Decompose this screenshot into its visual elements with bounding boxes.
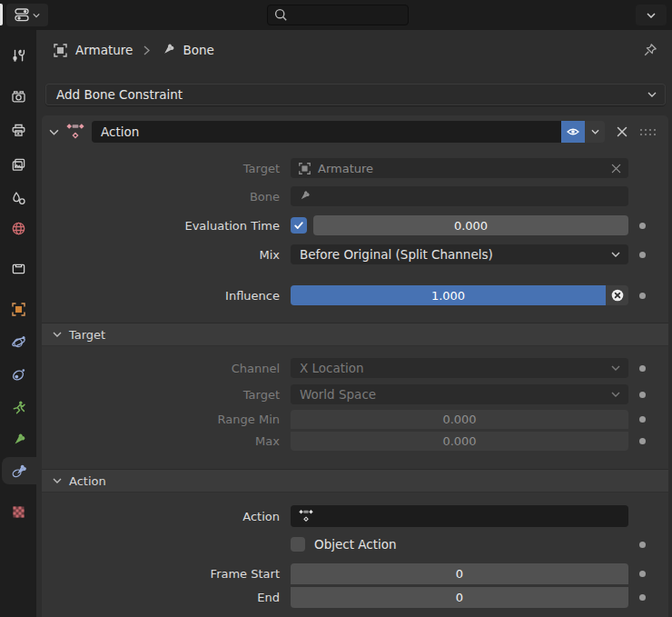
- bone-icon: [161, 43, 175, 57]
- scene-icon: [11, 191, 26, 206]
- tab-bone-constraint[interactable]: [2, 457, 36, 484]
- evaluation-time-checkbox[interactable]: [291, 217, 307, 234]
- animate-decorator[interactable]: [639, 438, 646, 444]
- influence-slider[interactable]: 1.000: [291, 285, 606, 305]
- constraint-name-input[interactable]: Action: [92, 121, 561, 143]
- check-icon: [293, 220, 304, 231]
- action-datablock-label: Action: [42, 510, 291, 523]
- mix-dropdown[interactable]: Before Original (Split Channels): [291, 244, 628, 264]
- target-clear-button[interactable]: [611, 164, 621, 174]
- tab-bone[interactable]: [0, 426, 36, 453]
- frame-start-value[interactable]: 0: [291, 563, 628, 584]
- tab-view-layer[interactable]: [0, 151, 36, 178]
- physics-orbit-icon: [11, 334, 26, 350]
- frame-start-row: Frame Start 0: [42, 563, 668, 584]
- search-icon: [274, 8, 288, 22]
- target-space-value: World Space: [300, 387, 376, 402]
- tab-world[interactable]: [0, 214, 36, 242]
- chevron-right-icon: [143, 45, 150, 55]
- frame-end-value[interactable]: 0: [291, 587, 628, 608]
- animate-decorator[interactable]: [639, 571, 646, 577]
- channel-dropdown[interactable]: X Location: [291, 358, 628, 378]
- pin-icon[interactable]: [643, 43, 657, 57]
- tab-render[interactable]: [0, 83, 36, 110]
- frame-start-label: Frame Start: [42, 567, 291, 581]
- frame-end-label: End: [42, 591, 291, 604]
- animate-decorator[interactable]: [639, 542, 646, 548]
- target-object-field[interactable]: Armature: [291, 158, 628, 178]
- action-subpanel-title: Action: [69, 474, 106, 488]
- influence-clear-animation-button[interactable]: [606, 285, 628, 305]
- mix-row: Mix Before Original (Split Channels): [42, 244, 668, 264]
- tool-icon: [11, 48, 26, 64]
- close-icon: [617, 126, 628, 137]
- range-max-label: Max: [42, 434, 291, 448]
- animate-decorator[interactable]: [639, 223, 646, 229]
- constraint-name-group: Action: [92, 121, 605, 143]
- object-action-checkbox[interactable]: [291, 537, 305, 552]
- channel-value: X Location: [300, 361, 364, 375]
- constraint-extras-dropdown[interactable]: [585, 121, 605, 143]
- constraint-visibility-toggle[interactable]: [561, 121, 585, 143]
- tab-tool[interactable]: [0, 42, 36, 69]
- grip-dots-icon: [639, 128, 657, 136]
- tab-output[interactable]: [0, 116, 36, 144]
- range-max-value[interactable]: 0.000: [291, 432, 628, 451]
- range-min-label: Range Min: [42, 413, 291, 426]
- animate-decorator[interactable]: [639, 365, 646, 372]
- constraint-delete-button[interactable]: [614, 126, 630, 137]
- object-action-row: Object Action: [42, 536, 668, 552]
- action-datablock-row: Action: [42, 505, 668, 527]
- eye-icon: [567, 127, 579, 136]
- add-bone-constraint-button[interactable]: Add Bone Constraint: [45, 84, 666, 105]
- world-globe-icon: [11, 221, 26, 236]
- armature-data-icon: [11, 400, 26, 415]
- printer-icon: [11, 123, 26, 138]
- properties-tab-strip: [0, 30, 36, 617]
- properties-content: Armature Bone Add Bone: [36, 30, 672, 617]
- chevron-down-icon: [647, 92, 657, 97]
- action-subpanel-header[interactable]: Action: [42, 469, 668, 493]
- animate-decorator[interactable]: [639, 416, 646, 423]
- breadcrumb-object[interactable]: Armature: [75, 43, 133, 57]
- editor-options-button[interactable]: [636, 5, 667, 25]
- breadcrumb-bone[interactable]: Bone: [183, 43, 213, 57]
- blender-properties-editor: Armature Bone Add Bone: [0, 0, 672, 617]
- channel-row: Channel X Location: [42, 358, 668, 378]
- object-icon: [11, 302, 26, 317]
- constraint-icon: [11, 367, 26, 383]
- object-icon: [298, 162, 311, 175]
- chevron-down-icon: [611, 365, 620, 371]
- tab-collection[interactable]: [0, 254, 36, 282]
- animate-decorator[interactable]: [639, 594, 646, 601]
- target-subpanel-title: Target: [69, 328, 105, 342]
- tab-object-data[interactable]: [0, 393, 36, 421]
- circle-x-icon: [610, 288, 625, 303]
- animate-decorator[interactable]: [639, 392, 646, 398]
- tab-object[interactable]: [0, 295, 36, 323]
- tab-physics[interactable]: [0, 328, 36, 355]
- range-min-value[interactable]: 0.000: [291, 410, 628, 429]
- target-row: Target Armature: [42, 158, 668, 178]
- editor-type-button[interactable]: [6, 4, 48, 26]
- tab-scene[interactable]: [0, 184, 36, 212]
- evaluation-time-value[interactable]: 0.000: [313, 215, 628, 235]
- animate-decorator[interactable]: [639, 293, 646, 299]
- animate-decorator[interactable]: [639, 252, 646, 258]
- action-icon: [298, 509, 314, 523]
- action-constraint-panel: Action: [42, 115, 668, 617]
- tab-object-constraints[interactable]: [0, 361, 36, 388]
- action-datablock-field[interactable]: [291, 505, 628, 527]
- texture-checker-icon: [11, 504, 26, 520]
- target-object-value: Armature: [318, 162, 373, 175]
- target-label: Target: [42, 162, 291, 175]
- tab-texture[interactable]: [0, 498, 36, 525]
- influence-label: Influence: [42, 289, 291, 303]
- panel-expand-icon[interactable]: [49, 129, 59, 135]
- target-space-dropdown[interactable]: World Space: [291, 384, 628, 404]
- constraint-drag-handle[interactable]: [639, 128, 657, 136]
- target-subpanel-header[interactable]: Target: [42, 323, 668, 346]
- search-input[interactable]: [267, 5, 409, 25]
- object-action-label: Object Action: [314, 537, 397, 552]
- bone-field[interactable]: [291, 186, 628, 206]
